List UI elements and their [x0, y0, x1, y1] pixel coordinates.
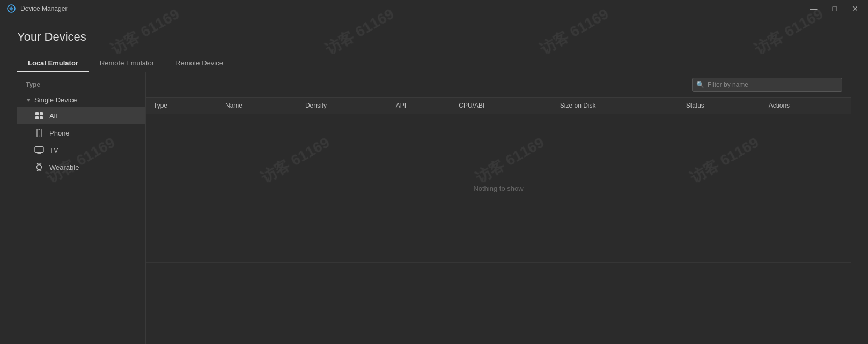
svg-point-6	[39, 136, 40, 137]
tab-remote-emulator[interactable]: Remote Emulator	[89, 55, 165, 72]
watch-icon	[34, 162, 44, 172]
col-density: Density	[298, 98, 388, 114]
svg-rect-7	[38, 129, 40, 130]
col-size-on-disk: Size on Disk	[553, 98, 679, 114]
main-container: Your Devices Local Emulator Remote Emula…	[0, 17, 868, 344]
devices-table: Type Name Density API CPU/ABI Size on Di…	[146, 98, 851, 263]
tv-icon	[34, 145, 44, 155]
title-bar-title: Device Manager	[20, 5, 67, 12]
table-header-row: Type Name Density API CPU/ABI Size on Di…	[146, 98, 851, 114]
tab-local-emulator[interactable]: Local Emulator	[17, 55, 89, 72]
svg-rect-4	[40, 116, 43, 119]
table-area: Type Name Density API CPU/ABI Size on Di…	[146, 98, 851, 344]
filter-input-wrap: 🔍	[692, 78, 842, 92]
col-cpu-abi: CPU/ABI	[451, 98, 553, 114]
svg-rect-8	[35, 147, 43, 153]
sidebar-item-phone[interactable]: Phone	[17, 124, 145, 141]
col-type: Type	[146, 98, 218, 114]
svg-rect-3	[35, 116, 39, 119]
sidebar-item-tv-label: TV	[49, 146, 58, 154]
sidebar-item-wearable[interactable]: Wearable	[17, 159, 145, 176]
sidebar-item-wearable-label: Wearable	[49, 163, 79, 171]
col-actions: Actions	[761, 98, 851, 114]
tab-remote-device[interactable]: Remote Device	[165, 55, 234, 72]
tab-bar: Local Emulator Remote Emulator Remote De…	[17, 55, 851, 72]
svg-rect-2	[40, 112, 43, 115]
page-title: Your Devices	[17, 30, 851, 44]
empty-state: Nothing to show	[153, 118, 843, 258]
sidebar-type-header: Type	[17, 77, 145, 93]
content-area: Type ▼ Single Device All	[17, 72, 851, 344]
title-bar-controls: — □ ✕	[807, 3, 862, 14]
sidebar-item-all[interactable]: All	[17, 107, 145, 124]
title-bar: Device Manager — □ ✕	[0, 0, 868, 17]
chevron-down-icon: ▼	[26, 97, 31, 103]
col-name: Name	[218, 98, 298, 114]
panel-header: 🔍	[146, 72, 851, 98]
phone-icon	[34, 128, 44, 138]
title-bar-left: Device Manager	[6, 4, 67, 13]
sidebar-item-all-label: All	[49, 112, 57, 120]
sidebar-group-single-device[interactable]: ▼ Single Device	[17, 93, 145, 107]
minimize-button[interactable]: —	[807, 3, 821, 14]
close-button[interactable]: ✕	[849, 3, 862, 14]
filter-input[interactable]	[692, 78, 842, 92]
sidebar-group-label-text: Single Device	[34, 96, 77, 104]
col-status: Status	[679, 98, 761, 114]
svg-rect-1	[35, 112, 39, 115]
grid-icon	[34, 111, 44, 121]
empty-row: Nothing to show	[146, 114, 851, 263]
svg-rect-11	[37, 165, 42, 170]
sidebar-item-tv[interactable]: TV	[17, 141, 145, 159]
sidebar: Type ▼ Single Device All	[17, 72, 146, 344]
maximize-button[interactable]: □	[829, 3, 840, 14]
sidebar-item-phone-label: Phone	[49, 129, 70, 137]
main-panel: 🔍 Type Name Density API CPU/ABI Size on	[146, 72, 851, 344]
search-icon: 🔍	[696, 81, 704, 88]
col-api: API	[388, 98, 451, 114]
app-icon	[6, 4, 16, 13]
